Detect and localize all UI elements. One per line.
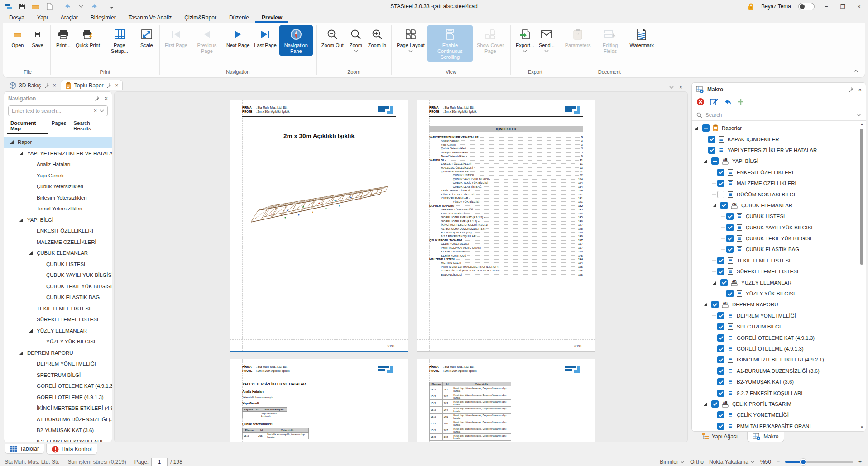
undo-icon[interactable] (63, 2, 72, 10)
expander-icon[interactable] (29, 251, 33, 255)
document-map-item[interactable]: ENKESİT ÖZELLİKLERİ (4, 225, 112, 237)
minimize-button[interactable]: − (822, 3, 831, 10)
navigation-pane-button[interactable]: Navigation Pane (279, 25, 313, 56)
bottom-tab-yapı-ağacı[interactable]: Yapı Ağacı (697, 432, 743, 442)
makro-tree-item[interactable]: DEPREM YÖNETMELİĞİ (692, 310, 866, 321)
makro-tree-item[interactable]: TEKİL TEMEL LİSTESİ (692, 255, 866, 266)
checkbox-checked[interactable] (720, 202, 728, 209)
expander-icon[interactable] (703, 302, 708, 307)
new-document-icon[interactable] (45, 2, 53, 10)
page-setup--button[interactable]: Page Setup... (103, 25, 136, 56)
makro-tree-item[interactable]: SPECTRUM BİLGİ (692, 321, 866, 332)
document-map-item[interactable]: SÜREKLİ TEMEL LİSTESİ (4, 314, 112, 325)
document-map-item[interactable]: TEKİL TEMEL LİSTESİ (4, 303, 112, 314)
nav-tab-search-results[interactable]: Search Results (70, 119, 109, 134)
pin-icon[interactable] (848, 87, 854, 92)
document-map-item[interactable]: Birleşim Yetersizlikleri (4, 192, 112, 204)
tab-list-chevron-icon[interactable] (669, 86, 674, 89)
watermark-button[interactable]: Watermark (628, 25, 656, 50)
document-map-item[interactable]: Çubuk Yetersizlikleri (4, 181, 112, 192)
checkbox-checked[interactable] (726, 224, 734, 231)
customize-toolbar-icon[interactable] (108, 2, 116, 10)
expander-icon[interactable] (10, 140, 14, 144)
document-map-item[interactable]: ÇUBUK ELASTİK BAĞ (4, 292, 112, 303)
document-map-item[interactable]: YAPI YETERSİZLİKLER VE HATALAR (4, 148, 112, 159)
add-macro-icon[interactable] (737, 98, 744, 105)
send--button[interactable]: Send... (537, 25, 556, 54)
page-number-input[interactable] (151, 458, 168, 466)
makro-tree-item[interactable]: SÜREKLİ TEMEL LİSTESİ (692, 266, 866, 277)
menu-preview[interactable]: Preview (255, 14, 288, 23)
document-map-item[interactable]: B2-YUMUŞAK KAT (3.6) (4, 425, 112, 436)
expander-icon[interactable] (29, 328, 33, 333)
makro-tree-item[interactable]: ABYÜZEY ELEMANLAR (692, 277, 866, 288)
close-button[interactable]: × (854, 3, 863, 10)
tab-pin-icon[interactable] (106, 83, 111, 88)
expander-icon[interactable] (19, 151, 24, 156)
bottom-tab-tablolar[interactable]: Tablolar (5, 444, 44, 454)
ribbon-collapse-icon[interactable] (853, 70, 858, 73)
document-map-item[interactable]: SPECTRUM BİLGİ (4, 370, 112, 381)
checkbox-checked[interactable] (726, 235, 734, 242)
pin-icon[interactable] (94, 96, 100, 101)
checkbox-checked[interactable] (717, 180, 724, 187)
nav-tab-pages[interactable]: Pages (48, 119, 70, 134)
scrollbar-thumb[interactable] (860, 129, 863, 265)
ortho-toggle[interactable]: Ortho (690, 459, 704, 465)
checkbox-checked[interactable] (717, 268, 724, 275)
checkbox-indeterminate[interactable] (702, 124, 710, 132)
makro-tree-item[interactable]: KAPAK-İÇİNDEKİLER (692, 133, 866, 144)
menu-yap-[interactable]: Yapı (31, 14, 54, 23)
zoom-slider-handle[interactable] (800, 459, 806, 465)
checkbox-checked[interactable] (717, 312, 724, 319)
checkbox-checked[interactable] (717, 378, 724, 385)
checkbox-checked[interactable] (717, 411, 724, 418)
checkbox-checked[interactable] (717, 423, 724, 430)
search-options-chevron-icon[interactable] (100, 109, 104, 112)
tab-close-icon[interactable]: × (53, 82, 56, 89)
makro-tree-item[interactable]: ÇUBUK LİSTESİ (692, 211, 866, 222)
print--button[interactable]: Print... (54, 25, 73, 50)
zoom-out-button[interactable]: Zoom Out (320, 25, 345, 50)
document-tab-3d-bakış[interactable]: 3D Bakış× (5, 80, 61, 90)
menu-d-zenle[interactable]: Düzenle (223, 14, 255, 23)
document-map-item[interactable]: Analiz Hataları (4, 159, 112, 170)
checkbox-checked[interactable] (717, 257, 724, 264)
last-page-button[interactable]: Last Page (252, 25, 278, 50)
checkbox-unchecked[interactable] (717, 191, 724, 198)
makro-tree-item[interactable]: PMM TALEP/KAPASİTE ORANI (692, 421, 866, 431)
edit-macro-icon[interactable] (710, 98, 718, 106)
open-folder-icon[interactable] (32, 2, 40, 10)
undo-dropdown-chevron-icon[interactable] (77, 2, 85, 10)
document-map-item[interactable]: İKİNCİ MERTEBE ETKİLERİ (4.9.2.1) (4, 403, 112, 414)
expander-icon[interactable] (694, 126, 699, 130)
makro-tree-item[interactable]: ABDEPREM RAPORU (692, 299, 866, 310)
document-map-item[interactable]: A1-BURULMA DÜZENSİZLİĞİ (3.6) (4, 414, 112, 425)
checkbox-checked[interactable] (708, 136, 715, 143)
document-map-item[interactable]: Yapı Geneli (4, 170, 112, 181)
document-map-item[interactable]: GÖRELİ ÖTELEME KAT (4.9.1.3) (4, 380, 112, 392)
document-map-item[interactable]: DEPREM RAPORU (4, 347, 112, 359)
bottom-tab-makro[interactable]: Makro (747, 432, 784, 442)
enable-continuous-scrolling-button[interactable]: Enable Continuous Scrolling (427, 25, 473, 62)
menu--izim-rapor[interactable]: Çizim&Rapor (178, 14, 223, 23)
nav-tab-document-map[interactable]: Document Map (7, 119, 48, 134)
makro-tree-item[interactable]: B2-YUMUŞAK KAT (3.6) (692, 376, 866, 387)
makro-tree-item[interactable]: YÜZEY YÜK BİLGİSİ (692, 288, 866, 299)
makro-tree-item[interactable]: ABÇELİK PROFİL TASARIM (692, 399, 866, 409)
checkbox-checked[interactable] (717, 345, 724, 352)
document-map-item[interactable]: Rapor (4, 137, 112, 148)
makro-tree-item[interactable]: A1-BURULMA DÜZENSİZLİĞİ (3.6) (692, 366, 866, 376)
next-page-button[interactable]: Next Page (225, 25, 251, 50)
document-map-item[interactable]: YÜZEY ELEMANLAR (4, 325, 112, 337)
document-map-item[interactable]: 9.2.7 ENKESİT KOŞULLARI (4, 436, 112, 442)
undo-macro-icon[interactable] (724, 98, 732, 105)
checkbox-checked[interactable] (711, 400, 719, 408)
checkbox-checked[interactable] (726, 290, 734, 297)
makro-tree-item[interactable]: GÖRELİ ÖTELEME KAT (4.9.1.3) (692, 332, 866, 343)
document-map-item[interactable]: DEPREM YÖNETMELİĞİ (4, 358, 112, 370)
document-map-item[interactable]: GÖRELİ ÖTELEME (4.9.1.3) (4, 392, 112, 403)
checkbox-checked[interactable] (711, 301, 719, 308)
menu-dosya[interactable]: Dosya (3, 14, 31, 23)
makro-tree-item[interactable]: ÇUBUK TEKİL YÜK BİLGİSİ (692, 233, 866, 244)
